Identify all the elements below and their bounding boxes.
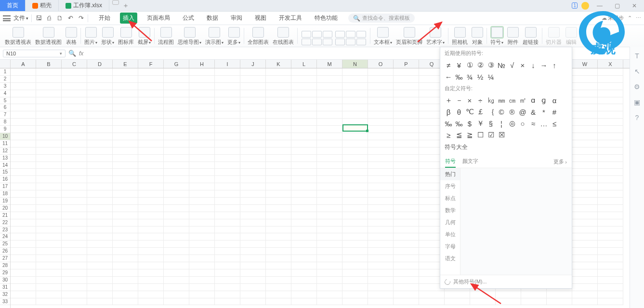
new-tab-button[interactable]: ＋: [119, 0, 132, 11]
custom-sym-38[interactable]: ☒: [496, 129, 507, 141]
ribbon-tab-8[interactable]: 特色功能: [312, 13, 341, 24]
category-3[interactable]: 数学: [440, 204, 460, 216]
col-header-I[interactable]: I: [215, 60, 240, 68]
custom-sym-23[interactable]: ‰: [454, 118, 464, 129]
symbol-panel-footer[interactable]: 其他符号(M)...: [440, 275, 572, 288]
ribbon-切片器[interactable]: 切片器: [544, 27, 564, 46]
ribbon-文本框[interactable]: 文本框▾: [372, 27, 394, 46]
category-6[interactable]: 字母: [440, 241, 460, 253]
ribbon-演示图[interactable]: 演示图▾: [203, 27, 225, 46]
redo-icon[interactable]: ↷: [77, 14, 85, 22]
ribbon-超链接[interactable]: 超链接: [521, 27, 540, 46]
custom-sym-17[interactable]: ®: [507, 106, 517, 118]
row-header-20[interactable]: 20: [0, 205, 10, 212]
row-header-11[interactable]: 11: [0, 140, 10, 147]
custom-sym-28[interactable]: ◎: [507, 118, 517, 129]
custom-sym-5[interactable]: ㎜: [496, 94, 507, 106]
custom-sym-29[interactable]: ○: [517, 118, 528, 129]
row-header-13[interactable]: 13: [0, 155, 10, 162]
ribbon-符号[interactable]: 符号▾: [488, 27, 505, 46]
recent-sym-15[interactable]: ¼: [486, 71, 496, 82]
tab-symbols[interactable]: 符号: [445, 156, 456, 168]
recent-sym-11[interactable]: ←: [443, 71, 454, 82]
row-header-16[interactable]: 16: [0, 176, 10, 183]
col-header-M[interactable]: M: [317, 60, 342, 68]
col-header-E[interactable]: E: [113, 60, 138, 68]
row-header-32[interactable]: 32: [0, 291, 10, 298]
ribbon-tab-7[interactable]: 开发工具: [276, 13, 305, 24]
recent-sym-8[interactable]: ↓: [528, 59, 539, 71]
custom-sym-31[interactable]: …: [539, 118, 549, 129]
custom-sym-32[interactable]: ≤: [549, 118, 560, 129]
rail-tool-icon[interactable]: ▣: [633, 98, 642, 107]
custom-sym-2[interactable]: ×: [464, 94, 475, 106]
ribbon-照相机[interactable]: 照相机: [450, 27, 470, 46]
recent-sym-13[interactable]: ¾: [464, 71, 475, 82]
category-4[interactable]: 几何: [440, 216, 460, 228]
row-header-30[interactable]: 30: [0, 277, 10, 284]
cloud-badge[interactable]: 1: [572, 2, 578, 9]
custom-sym-35[interactable]: ≧: [464, 129, 475, 141]
row-header-21[interactable]: 21: [0, 212, 10, 219]
row-header-5[interactable]: 5: [0, 97, 10, 105]
ribbon-艺术字[interactable]: 艺术字▾: [424, 27, 447, 46]
custom-sym-26[interactable]: §: [486, 118, 496, 129]
ribbon-全部图表[interactable]: 全部图表: [246, 27, 271, 46]
custom-sym-8[interactable]: ɑ: [528, 94, 539, 106]
ribbon-tab-5[interactable]: 审阅: [228, 13, 245, 24]
ribbon-tab-3[interactable]: 公式: [180, 13, 197, 24]
ribbon-更多[interactable]: 更多▾: [225, 27, 242, 46]
row-header-6[interactable]: 6: [0, 104, 10, 111]
category-7[interactable]: 语文: [440, 253, 460, 265]
custom-sym-37[interactable]: ☑: [486, 129, 496, 141]
ribbon-数据透视表[interactable]: 数据透视表: [3, 27, 33, 46]
ribbon-图标库[interactable]: 图标库: [116, 27, 136, 46]
col-header-L[interactable]: L: [291, 60, 317, 68]
ribbon-tab-1[interactable]: 插入: [120, 13, 137, 24]
row-header-17[interactable]: 17: [0, 183, 10, 190]
ribbon-在线图表[interactable]: 在线图表: [271, 27, 296, 46]
custom-sym-4[interactable]: ㎏: [486, 94, 496, 106]
zoom-icon[interactable]: 🔍: [68, 50, 76, 57]
row-header-33[interactable]: 33: [0, 298, 10, 306]
col-header-C[interactable]: C: [62, 60, 87, 68]
ribbon-数据透视图[interactable]: 数据透视图: [33, 27, 64, 46]
user-avatar-icon[interactable]: [581, 2, 589, 10]
custom-sym-33[interactable]: ≥: [443, 129, 454, 141]
col-header-N[interactable]: N: [342, 60, 368, 68]
custom-sym-12[interactable]: θ: [454, 106, 464, 118]
custom-sym-0[interactable]: ＋: [443, 94, 454, 106]
sync-status[interactable]: ☁ 未同步: [602, 14, 624, 22]
ribbon-页眉和页脚[interactable]: 页眉和页脚: [394, 27, 424, 46]
custom-sym-24[interactable]: $: [464, 118, 475, 129]
rail-help-icon[interactable]: ?: [633, 113, 642, 122]
category-body[interactable]: [460, 168, 572, 275]
print-icon[interactable]: ⎙: [45, 14, 53, 22]
rail-settings-icon[interactable]: ⚙: [633, 82, 642, 91]
row-header-12[interactable]: 12: [0, 147, 10, 155]
ribbon-流程图[interactable]: 流程图: [156, 27, 176, 46]
close-button[interactable]: ✕: [628, 1, 641, 10]
custom-sym-22[interactable]: ‰: [443, 118, 454, 129]
select-all-corner[interactable]: [0, 60, 10, 68]
custom-sym-30[interactable]: ≈: [528, 118, 539, 129]
recent-sym-5[interactable]: №: [496, 59, 507, 71]
recent-sym-9[interactable]: →: [539, 59, 549, 71]
col-header-P[interactable]: P: [394, 60, 419, 68]
custom-sym-36[interactable]: ☐: [475, 129, 486, 141]
custom-sym-21[interactable]: #: [549, 106, 560, 118]
menu-icon[interactable]: [3, 15, 11, 21]
recent-sym-1[interactable]: ¥: [454, 59, 464, 71]
row-header-18[interactable]: 18: [0, 190, 10, 198]
save-icon[interactable]: 🖫: [35, 14, 42, 22]
row-header-26[interactable]: 26: [0, 248, 10, 255]
col-header-D[interactable]: D: [87, 60, 113, 68]
col-header-W[interactable]: W: [572, 60, 598, 68]
file-menu[interactable]: 文件 ▾: [13, 14, 28, 22]
custom-sym-34[interactable]: ≦: [454, 129, 464, 141]
row-header-22[interactable]: 22: [0, 219, 10, 227]
row-header-9[interactable]: 9: [0, 126, 10, 133]
ribbon-tab-4[interactable]: 数据: [204, 13, 221, 24]
active-cell[interactable]: [342, 124, 368, 132]
ribbon-options-icon[interactable]: ⋯: [636, 15, 641, 21]
